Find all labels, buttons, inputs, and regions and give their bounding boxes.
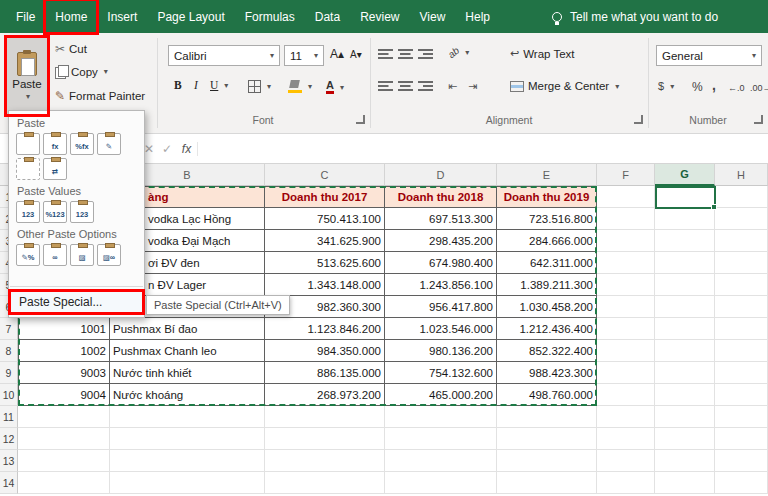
cell-G9[interactable]	[655, 362, 715, 384]
cell-B13[interactable]	[110, 450, 265, 472]
cell-F5[interactable]	[597, 274, 655, 296]
cell-C12[interactable]	[265, 428, 385, 450]
row-header-11[interactable]: 11	[0, 406, 18, 428]
cell-F7[interactable]	[597, 318, 655, 340]
orientation-button[interactable]: ab	[448, 47, 469, 58]
cell-D8[interactable]: 980.136.200	[385, 340, 497, 362]
cell-E12[interactable]	[497, 428, 597, 450]
tab-file[interactable]: File	[6, 0, 45, 33]
cell-D4[interactable]: 674.980.400	[385, 252, 497, 274]
cell-A14[interactable]	[18, 472, 110, 494]
cell-H6[interactable]	[715, 296, 768, 318]
cell-E7[interactable]: 1.212.436.400	[497, 318, 597, 340]
increase-font-size-button[interactable]: A▴	[330, 47, 344, 61]
merge-center-button[interactable]: Merge & Center	[510, 80, 619, 92]
cell-E10[interactable]: 498.760.000	[497, 384, 597, 406]
cell-E8[interactable]: 852.322.400	[497, 340, 597, 362]
cell-H3[interactable]	[715, 230, 768, 252]
cell-E4[interactable]: 642.311.000	[497, 252, 597, 274]
font-name-combo[interactable]: Calibri ▾	[168, 45, 280, 66]
cell-H13[interactable]	[715, 450, 768, 472]
tab-data[interactable]: Data	[305, 0, 350, 33]
cell-F12[interactable]	[597, 428, 655, 450]
column-header-e[interactable]: E	[497, 164, 597, 186]
paste-picture-icon[interactable]: ▨	[70, 244, 94, 266]
cell-H2[interactable]	[715, 208, 768, 230]
cell-G2[interactable]	[655, 208, 715, 230]
cell-D1[interactable]: Doanh thu 2018	[385, 186, 497, 208]
tell-me-box[interactable]: Tell me what you want to do	[552, 0, 718, 33]
cell-G3[interactable]	[655, 230, 715, 252]
row-header-14[interactable]: 14	[0, 472, 18, 494]
cell-H1[interactable]	[715, 186, 768, 208]
cell-C8[interactable]: 984.350.000	[265, 340, 385, 362]
cell-D12[interactable]	[385, 428, 497, 450]
decrease-decimal-button[interactable]	[750, 81, 768, 93]
cell-E6[interactable]: 1.030.458.200	[497, 296, 597, 318]
cell-E3[interactable]: 284.666.000	[497, 230, 597, 252]
borders-button[interactable]	[248, 80, 271, 93]
cell-C2[interactable]: 750.413.100	[265, 208, 385, 230]
increase-decimal-button[interactable]	[728, 81, 745, 93]
paste-no-borders-icon[interactable]	[16, 158, 40, 180]
cell-F8[interactable]	[597, 340, 655, 362]
comma-style-button[interactable]	[712, 77, 716, 93]
row-header-13[interactable]: 13	[0, 450, 18, 472]
column-header-h[interactable]: H	[715, 164, 768, 186]
paste-formulas-number-formatting-icon[interactable]: %fx	[70, 133, 94, 155]
cell-F14[interactable]	[597, 472, 655, 494]
align-right-button[interactable]	[418, 81, 433, 92]
cell-D3[interactable]: 298.435.200	[385, 230, 497, 252]
italic-button[interactable]	[194, 79, 198, 91]
fill-handle[interactable]	[711, 204, 717, 210]
cell-A8[interactable]: 1002	[18, 340, 110, 362]
font-dialog-launcher[interactable]	[356, 115, 365, 124]
cell-H5[interactable]	[715, 274, 768, 296]
number-dialog-launcher[interactable]	[754, 115, 763, 124]
cell-D14[interactable]	[385, 472, 497, 494]
wrap-text-button[interactable]: Wrap Text	[510, 47, 575, 60]
cell-F1[interactable]	[597, 186, 655, 208]
cell-G7[interactable]	[655, 318, 715, 340]
align-top-button[interactable]	[378, 49, 393, 60]
decrease-indent-button[interactable]: ⇤	[448, 80, 457, 93]
enter-button[interactable]: ✓	[158, 142, 176, 156]
cell-H10[interactable]	[715, 384, 768, 406]
paste-keep-source-formatting-icon[interactable]: ✎	[97, 133, 121, 155]
cell-E11[interactable]	[497, 406, 597, 428]
cell-F9[interactable]	[597, 362, 655, 384]
cell-A13[interactable]	[18, 450, 110, 472]
paste-link-icon[interactable]: ∞	[43, 244, 67, 266]
cell-C1[interactable]: Doanh thu 2017	[265, 186, 385, 208]
paste-linked-picture-icon[interactable]: ▨∞	[97, 244, 121, 266]
paste-formatting-icon[interactable]: ✎%	[16, 244, 40, 266]
cell-B10[interactable]: Nước khoáng	[110, 384, 265, 406]
cell-H9[interactable]	[715, 362, 768, 384]
cell-B14[interactable]	[110, 472, 265, 494]
chevron-down-icon[interactable]: ▾	[266, 51, 274, 60]
cell-B7[interactable]: Pushmax Bí đao	[110, 318, 265, 340]
tab-help[interactable]: Help	[455, 0, 500, 33]
chevron-down-icon[interactable]: ▾	[748, 51, 756, 60]
paste-formulas-icon[interactable]: fx	[43, 133, 67, 155]
row-header-12[interactable]: 12	[0, 428, 18, 450]
cell-H8[interactable]	[715, 340, 768, 362]
cell-G11[interactable]	[655, 406, 715, 428]
cell-C9[interactable]: 886.135.000	[265, 362, 385, 384]
column-header-f[interactable]: F	[597, 164, 655, 186]
cell-H11[interactable]	[715, 406, 768, 428]
cut-button[interactable]: Cut	[55, 42, 87, 56]
bold-button[interactable]	[174, 79, 182, 91]
cell-D5[interactable]: 1.243.856.100	[385, 274, 497, 296]
cell-C13[interactable]	[265, 450, 385, 472]
cell-H12[interactable]	[715, 428, 768, 450]
tab-formulas[interactable]: Formulas	[235, 0, 305, 33]
cell-G6[interactable]	[655, 296, 715, 318]
underline-button[interactable]	[210, 79, 228, 91]
chevron-down-icon[interactable]: ▾	[310, 51, 318, 60]
cell-A10[interactable]: 9004	[18, 384, 110, 406]
copy-button[interactable]: Copy	[55, 65, 108, 78]
cell-A12[interactable]	[18, 428, 110, 450]
cell-E13[interactable]	[497, 450, 597, 472]
paste-icon[interactable]	[16, 133, 40, 155]
